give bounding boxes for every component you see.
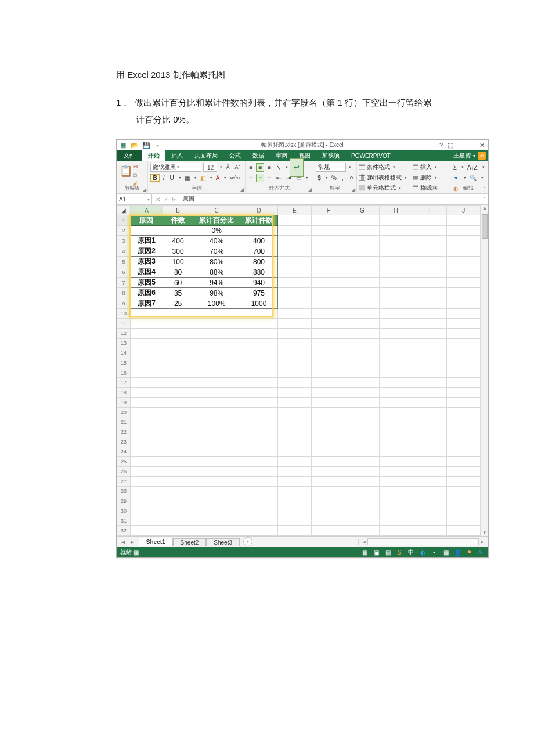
- row-header[interactable]: 4: [117, 246, 131, 257]
- cell[interactable]: 40%: [193, 236, 240, 246]
- cell[interactable]: [413, 398, 446, 408]
- cell[interactable]: [130, 516, 163, 526]
- cell[interactable]: [193, 487, 240, 496]
- cell[interactable]: [277, 358, 311, 368]
- cell[interactable]: 原因7: [130, 298, 163, 309]
- cell[interactable]: [163, 516, 193, 526]
- cell[interactable]: [379, 309, 413, 319]
- cell[interactable]: [413, 477, 446, 487]
- spreadsheet-grid[interactable]: ◢ A B C D E F G H I J 1原因件数累计百分比累计件数20%: [117, 205, 488, 536]
- row-header[interactable]: 13: [117, 339, 131, 348]
- cell[interactable]: [130, 358, 163, 368]
- cell[interactable]: [447, 487, 481, 496]
- cell[interactable]: [447, 358, 481, 368]
- merge-center-icon[interactable]: ▭: [294, 174, 303, 182]
- cell[interactable]: [163, 388, 193, 398]
- cell[interactable]: [379, 257, 413, 267]
- cell[interactable]: 94%: [193, 278, 240, 288]
- close-icon[interactable]: ✕: [479, 142, 485, 149]
- cell[interactable]: [240, 309, 278, 319]
- cell[interactable]: [130, 348, 163, 358]
- open-icon[interactable]: 📂: [131, 141, 139, 149]
- cell[interactable]: [447, 417, 481, 427]
- cell[interactable]: [447, 215, 481, 226]
- cell[interactable]: [345, 319, 379, 329]
- col-header-A[interactable]: A: [130, 206, 163, 215]
- cell[interactable]: [130, 309, 163, 319]
- cell[interactable]: [193, 378, 240, 388]
- cell[interactable]: [240, 496, 278, 506]
- tab-file[interactable]: 文件: [117, 150, 142, 161]
- cell[interactable]: [345, 236, 379, 246]
- currency-icon[interactable]: $: [316, 174, 323, 182]
- hscroll-right-icon[interactable]: ►: [480, 539, 485, 545]
- cell[interactable]: [345, 408, 379, 417]
- row-header[interactable]: 2: [117, 226, 131, 236]
- table-format-button[interactable]: ▦ 套用表格格式: [359, 174, 402, 182]
- cell[interactable]: [413, 319, 446, 329]
- fill-icon[interactable]: ▼: [452, 174, 461, 182]
- cell[interactable]: [240, 319, 278, 329]
- cell[interactable]: 70%: [193, 246, 240, 257]
- cell[interactable]: [193, 319, 240, 329]
- cell[interactable]: [312, 236, 345, 246]
- cell[interactable]: [312, 267, 345, 278]
- cell[interactable]: [447, 246, 481, 257]
- cell[interactable]: [379, 447, 413, 457]
- cell[interactable]: [312, 388, 345, 398]
- cell[interactable]: [447, 388, 481, 398]
- cell[interactable]: 80%: [193, 257, 240, 267]
- cell[interactable]: [240, 447, 278, 457]
- cell[interactable]: [379, 417, 413, 427]
- cell[interactable]: [379, 267, 413, 278]
- cell[interactable]: 原因2: [130, 246, 163, 257]
- cell[interactable]: [163, 427, 193, 437]
- row-header[interactable]: 26: [117, 467, 131, 477]
- cell[interactable]: [413, 329, 446, 339]
- align-left-icon[interactable]: ≡: [248, 174, 255, 182]
- cell[interactable]: [240, 437, 278, 447]
- cell[interactable]: [163, 487, 193, 496]
- col-header-E[interactable]: E: [277, 206, 311, 215]
- cell[interactable]: [277, 288, 311, 298]
- number-launcher-icon[interactable]: ◢: [352, 187, 355, 192]
- cell[interactable]: [163, 348, 193, 358]
- row-header[interactable]: 22: [117, 427, 131, 437]
- row-header[interactable]: 17: [117, 378, 131, 388]
- cell[interactable]: [277, 309, 311, 319]
- indent-inc-icon[interactable]: ⇥: [284, 174, 293, 182]
- cell[interactable]: [240, 427, 278, 437]
- cancel-entry-icon[interactable]: ✕: [156, 196, 160, 203]
- cell[interactable]: [240, 457, 278, 467]
- cell[interactable]: [379, 378, 413, 388]
- tray-icon-3[interactable]: ◐: [418, 548, 427, 556]
- tab-pagelayout[interactable]: 页面布局: [189, 150, 223, 161]
- cell[interactable]: [277, 437, 311, 447]
- cell[interactable]: [447, 447, 481, 457]
- cell[interactable]: [240, 467, 278, 477]
- cell[interactable]: [379, 487, 413, 496]
- cell[interactable]: [447, 257, 481, 267]
- cell[interactable]: 88%: [193, 267, 240, 278]
- copy-icon[interactable]: ⧉: [133, 172, 139, 179]
- cell[interactable]: [413, 368, 446, 378]
- cell[interactable]: [413, 467, 446, 477]
- cell[interactable]: [163, 339, 193, 348]
- cell[interactable]: [277, 398, 311, 408]
- cell[interactable]: [379, 408, 413, 417]
- cell[interactable]: [277, 427, 311, 437]
- cell[interactable]: [312, 378, 345, 388]
- orientation-icon[interactable]: ⤡: [275, 164, 283, 171]
- cell[interactable]: [240, 477, 278, 487]
- percent-icon[interactable]: %: [330, 174, 338, 182]
- cell[interactable]: [379, 226, 413, 236]
- row-header[interactable]: 1: [117, 215, 131, 226]
- help-icon[interactable]: ?: [439, 142, 443, 149]
- row-header[interactable]: 27: [117, 477, 131, 487]
- cell[interactable]: [447, 267, 481, 278]
- cell[interactable]: 80: [163, 267, 193, 278]
- cell[interactable]: [130, 457, 163, 467]
- cell[interactable]: [240, 339, 278, 348]
- cell[interactable]: [163, 398, 193, 408]
- cell[interactable]: [130, 329, 163, 339]
